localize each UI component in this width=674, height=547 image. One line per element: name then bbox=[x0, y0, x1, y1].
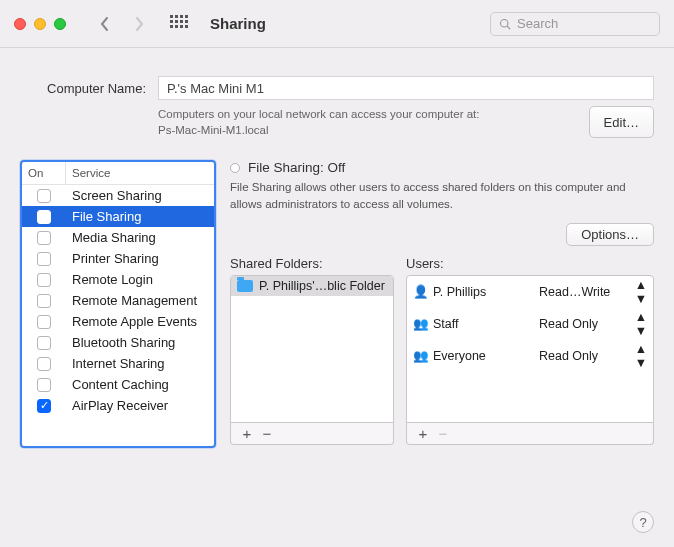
service-label: Content Caching bbox=[66, 377, 214, 392]
user-name: P. Phillips bbox=[433, 285, 533, 299]
service-label: Remote Login bbox=[66, 272, 214, 287]
remove-folder-button[interactable]: − bbox=[257, 426, 277, 441]
chevron-updown-icon: ▲▼ bbox=[635, 278, 647, 306]
permission-value: Read Only bbox=[539, 317, 598, 331]
permission-value: Read…Write bbox=[539, 285, 610, 299]
service-label: Printer Sharing bbox=[66, 251, 214, 266]
service-row[interactable]: Content Caching bbox=[22, 374, 214, 395]
user-row[interactable]: 👥StaffRead Only▲▼ bbox=[407, 308, 653, 340]
service-label: Remote Management bbox=[66, 293, 214, 308]
service-checkbox[interactable] bbox=[37, 399, 51, 413]
permission-selector[interactable]: Read Only▲▼ bbox=[539, 310, 647, 338]
shared-folder-label: P. Phillips'…blic Folder bbox=[259, 279, 385, 293]
edit-hostname-button[interactable]: Edit… bbox=[589, 106, 654, 138]
service-label: Bluetooth Sharing bbox=[66, 335, 214, 350]
computer-name-label: Computer Name: bbox=[20, 81, 146, 96]
service-checkbox[interactable] bbox=[37, 189, 51, 203]
chevron-updown-icon: ▲▼ bbox=[635, 342, 647, 370]
group3-icon: 👥 bbox=[413, 348, 427, 363]
close-window-dot[interactable] bbox=[14, 18, 26, 30]
service-checkbox[interactable] bbox=[37, 336, 51, 350]
service-checkbox[interactable] bbox=[37, 252, 51, 266]
options-button[interactable]: Options… bbox=[566, 223, 654, 246]
users-heading: Users: bbox=[406, 256, 654, 271]
add-user-button[interactable]: + bbox=[413, 426, 433, 441]
service-description: File Sharing allows other users to acces… bbox=[230, 179, 654, 212]
svg-point-0 bbox=[501, 19, 509, 27]
group-icon: 👥 bbox=[413, 316, 427, 331]
show-all-icon[interactable] bbox=[170, 15, 188, 33]
forward-button[interactable] bbox=[126, 11, 152, 37]
service-row[interactable]: Screen Sharing bbox=[22, 185, 214, 206]
user-name: Everyone bbox=[433, 349, 533, 363]
users-list[interactable]: 👤P. PhillipsRead…Write▲▼👥StaffRead Only▲… bbox=[406, 275, 654, 423]
service-row[interactable]: AirPlay Receiver bbox=[22, 395, 214, 416]
service-checkbox[interactable] bbox=[37, 273, 51, 287]
person-icon: 👤 bbox=[413, 284, 427, 299]
services-header-service[interactable]: Service bbox=[66, 162, 214, 184]
user-name: Staff bbox=[433, 317, 533, 331]
service-row[interactable]: Media Sharing bbox=[22, 227, 214, 248]
computer-name-field[interactable] bbox=[158, 76, 654, 100]
service-row[interactable]: Remote Apple Events bbox=[22, 311, 214, 332]
service-status-title: File Sharing: Off bbox=[248, 160, 345, 175]
service-checkbox[interactable] bbox=[37, 315, 51, 329]
service-checkbox[interactable] bbox=[37, 378, 51, 392]
service-checkbox[interactable] bbox=[37, 210, 51, 224]
pane-title: Sharing bbox=[210, 15, 266, 32]
service-status-led bbox=[230, 163, 240, 173]
permission-selector[interactable]: Read…Write▲▼ bbox=[539, 278, 647, 306]
service-checkbox[interactable] bbox=[37, 357, 51, 371]
user-row[interactable]: 👤P. PhillipsRead…Write▲▼ bbox=[407, 276, 653, 308]
minimize-window-dot[interactable] bbox=[34, 18, 46, 30]
window-controls bbox=[14, 18, 66, 30]
svg-line-1 bbox=[507, 26, 510, 29]
service-row[interactable]: Remote Management bbox=[22, 290, 214, 311]
services-list: On Service Screen SharingFile SharingMed… bbox=[20, 160, 216, 448]
permission-selector[interactable]: Read Only▲▼ bbox=[539, 342, 647, 370]
user-row[interactable]: 👥EveryoneRead Only▲▼ bbox=[407, 340, 653, 372]
chevron-updown-icon: ▲▼ bbox=[635, 310, 647, 338]
service-checkbox[interactable] bbox=[37, 231, 51, 245]
search-placeholder: Search bbox=[517, 16, 558, 31]
service-row[interactable]: Bluetooth Sharing bbox=[22, 332, 214, 353]
service-label: AirPlay Receiver bbox=[66, 398, 214, 413]
service-row[interactable]: File Sharing bbox=[22, 206, 214, 227]
services-header-on[interactable]: On bbox=[22, 162, 66, 184]
service-row[interactable]: Remote Login bbox=[22, 269, 214, 290]
service-label: File Sharing bbox=[66, 209, 214, 224]
shared-folders-list[interactable]: P. Phillips'…blic Folder bbox=[230, 275, 394, 423]
shared-folders-heading: Shared Folders: bbox=[230, 256, 394, 271]
remove-user-button: − bbox=[433, 426, 453, 441]
computer-name-hint: Computers on your local network can acce… bbox=[158, 106, 589, 138]
service-row[interactable]: Printer Sharing bbox=[22, 248, 214, 269]
shared-folder-item[interactable]: P. Phillips'…blic Folder bbox=[231, 276, 393, 296]
permission-value: Read Only bbox=[539, 349, 598, 363]
service-label: Screen Sharing bbox=[66, 188, 214, 203]
service-label: Media Sharing bbox=[66, 230, 214, 245]
help-button[interactable]: ? bbox=[632, 511, 654, 533]
zoom-window-dot[interactable] bbox=[54, 18, 66, 30]
service-label: Internet Sharing bbox=[66, 356, 214, 371]
search-icon bbox=[499, 18, 511, 30]
service-label: Remote Apple Events bbox=[66, 314, 214, 329]
service-checkbox[interactable] bbox=[37, 294, 51, 308]
search-input[interactable]: Search bbox=[490, 12, 660, 36]
service-row[interactable]: Internet Sharing bbox=[22, 353, 214, 374]
folder-icon bbox=[237, 280, 253, 292]
back-button[interactable] bbox=[92, 11, 118, 37]
add-folder-button[interactable]: + bbox=[237, 426, 257, 441]
